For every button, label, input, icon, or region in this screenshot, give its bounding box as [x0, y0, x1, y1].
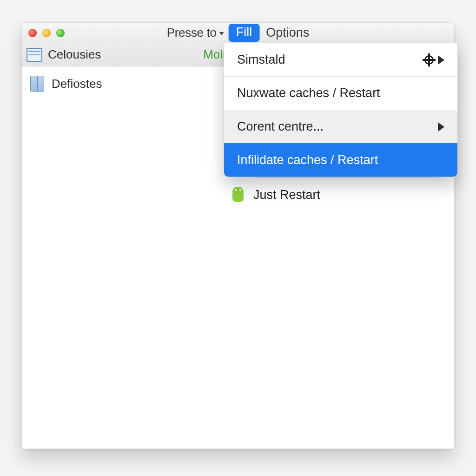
- title-dropdown-caret-icon[interactable]: [219, 32, 224, 35]
- fill-dropdown-menu: Simstald Nuxwate caches / Restart Corent…: [224, 43, 458, 177]
- sidebar: Defiostes: [22, 66, 215, 449]
- content-row-just-restart[interactable]: Just Restart: [231, 180, 438, 209]
- divider: [254, 177, 438, 178]
- window-minimize-button[interactable]: [42, 29, 51, 37]
- sidebar-item-label: Defiostes: [52, 77, 102, 91]
- title-left-text: Presse to: [167, 26, 217, 40]
- window-close-button[interactable]: [28, 29, 37, 37]
- android-icon: [231, 187, 245, 203]
- crosshair-icon: [424, 55, 434, 65]
- menu-options[interactable]: Options: [266, 26, 309, 40]
- submenu-arrow-icon: [438, 55, 444, 65]
- menu-item-nuxwate-caches-restart[interactable]: Nuxwate caches / Restart: [224, 76, 457, 110]
- titlebar: Presse to Fill Options: [22, 23, 454, 43]
- submenu-arrow-icon: [438, 122, 444, 132]
- menu-item-label: Infilidate caches / Restart: [237, 153, 378, 167]
- menu-item-label: Simstald: [237, 53, 285, 67]
- menu-item-label: Corent centre...: [237, 119, 324, 134]
- app-window: Presse to Fill Options Celousies Moli in…: [21, 22, 455, 449]
- menu-item-infilidate-caches-restart[interactable]: Infilidate caches / Restart: [224, 143, 457, 177]
- toolbar-label: Celousies: [48, 47, 101, 62]
- content-row-label: Just Restart: [253, 188, 320, 202]
- traffic-lights: [28, 29, 65, 37]
- title-center: Presse to Fill Options: [167, 24, 310, 42]
- menu-item-corent-centre[interactable]: Corent centre...: [224, 110, 457, 143]
- toolbar-item-celousies[interactable]: Celousies: [26, 47, 101, 62]
- panel-icon: [26, 48, 42, 62]
- door-icon: [30, 76, 44, 92]
- menu-item-label: Nuxwate caches / Restart: [237, 86, 380, 100]
- window-maximize-button[interactable]: [56, 29, 65, 37]
- menu-fill[interactable]: Fill: [229, 24, 260, 42]
- menu-item-trailing: [424, 55, 444, 65]
- sidebar-item-defiostes[interactable]: Defiostes: [22, 71, 215, 96]
- menu-item-simstald[interactable]: Simstald: [224, 43, 457, 76]
